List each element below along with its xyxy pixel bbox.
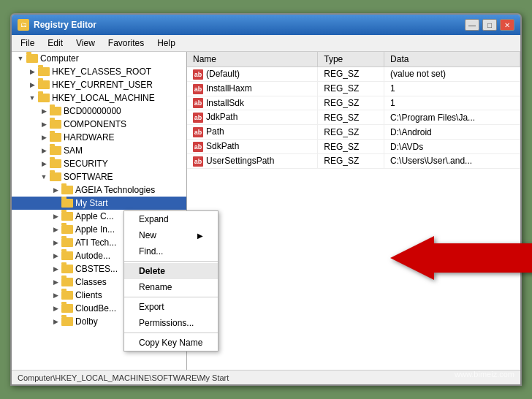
folder-icon — [61, 265, 73, 273]
reg-icon: ab — [193, 127, 203, 137]
col-data[interactable]: Data — [384, 52, 520, 67]
watermark-line1: 生活百科 — [474, 354, 514, 368]
folder-icon — [50, 172, 61, 181]
table-row[interactable]: abPath REG_SZ D:\Android — [187, 125, 520, 140]
reg-type-cell: REG_SZ — [318, 125, 384, 140]
window-title: Registry Editor — [34, 20, 96, 30]
table-row[interactable]: abSdkPath REG_SZ D:\AVDs — [187, 140, 520, 154]
tree-item-ageia[interactable]: ▶ AGEIA Technologies — [12, 183, 186, 197]
tree-item-current-user[interactable]: ▶ HKEY_CURRENT_USER — [12, 78, 186, 91]
context-menu: Expand New ▶ Find... Delete Rename Expor… — [123, 210, 218, 352]
table-row[interactable]: abJdkPath REG_SZ C:\Program Files\Ja... — [187, 110, 520, 125]
tree-root[interactable]: ▼ Computer — [12, 52, 186, 65]
expand-icon: ▶ — [50, 250, 61, 262]
menu-favorites[interactable]: Favorites — [102, 37, 150, 50]
context-delete[interactable]: Delete — [124, 263, 218, 279]
watermark-line2: www.bimeiz.com — [455, 370, 514, 379]
tree-label-autode: Autode... — [75, 251, 110, 261]
table-row[interactable]: abInstallHaxm REG_SZ 1 — [187, 81, 520, 96]
tree-root-label: Computer — [40, 53, 79, 64]
main-content: ▼ Computer ▶ HKEY_CLASSES_ROOT ▶ HKEY_CU… — [12, 52, 520, 370]
expand-icon: ▶ — [50, 276, 61, 288]
expand-icon: ▼ — [38, 171, 50, 183]
tree-label-components: COMPONENTS — [64, 119, 126, 129]
col-name[interactable]: Name — [187, 52, 318, 67]
close-button[interactable]: ✕ — [500, 19, 514, 31]
tree-item-security[interactable]: ▶ SECURITY — [12, 157, 186, 170]
tree-label-ati: ATI Tech... — [75, 238, 116, 248]
reg-name-cell: abSdkPath — [187, 140, 318, 154]
folder-icon — [50, 146, 61, 155]
reg-name-cell: abInstallHaxm — [187, 81, 318, 96]
registry-table: Name Type Data ab(Default) REG_SZ (value… — [187, 52, 520, 169]
expand-icon: ▼ — [26, 92, 38, 104]
context-find[interactable]: Find... — [124, 243, 218, 259]
maximize-button[interactable]: □ — [482, 19, 497, 31]
expand-icon: ▶ — [50, 224, 61, 235]
expand-icon: ▶ — [50, 184, 61, 196]
folder-icon — [61, 317, 73, 326]
context-copy-key[interactable]: Copy Key Name — [124, 335, 218, 351]
menu-view[interactable]: View — [70, 37, 101, 50]
tree-label-cloudbe: CloudBe... — [75, 303, 116, 314]
reg-name-cell: abInstallSdk — [187, 96, 318, 110]
menu-help[interactable]: Help — [151, 37, 181, 50]
menu-edit[interactable]: Edit — [42, 37, 69, 50]
context-rename[interactable]: Rename — [124, 279, 218, 295]
reg-data-cell: (value not set) — [384, 67, 520, 82]
reg-icon: ab — [193, 69, 203, 80]
folder-icon — [50, 107, 61, 115]
reg-type-cell: REG_SZ — [318, 81, 384, 96]
tree-item-components[interactable]: ▶ COMPONENTS — [12, 118, 186, 131]
reg-name-cell: abJdkPath — [187, 110, 318, 125]
menu-file[interactable]: File — [15, 37, 40, 50]
context-expand[interactable]: Expand — [124, 211, 218, 227]
tree-item-classes-root[interactable]: ▶ HKEY_CLASSES_ROOT — [12, 65, 186, 78]
table-row[interactable]: abUserSettingsPath REG_SZ C:\Users\User\… — [187, 153, 520, 168]
folder-icon — [61, 291, 73, 300]
right-panel: Name Type Data ab(Default) REG_SZ (value… — [187, 52, 520, 370]
expand-icon: ▶ — [50, 289, 61, 301]
reg-icon: ab — [193, 142, 203, 152]
context-export[interactable]: Export — [124, 299, 218, 315]
table-row[interactable]: ab(Default) REG_SZ (value not set) — [187, 67, 520, 82]
tree-label-sam: SAM — [64, 145, 83, 156]
expand-icon: ▶ — [50, 316, 61, 327]
tree-label-cbstes: CBSTES... — [75, 264, 118, 274]
menu-bar: File Edit View Favorites Help — [12, 35, 520, 52]
tree-item-bcd[interactable]: ▶ BCD00000000 — [12, 104, 186, 118]
reg-data-cell: C:\Program Files\Ja... — [384, 110, 520, 125]
registry-editor-window: 🗂 Registry Editor — □ ✕ File Edit View F… — [10, 13, 522, 386]
folder-icon — [61, 225, 73, 234]
tree-item-local-machine[interactable]: ▼ HKEY_LOCAL_MACHINE — [12, 91, 186, 104]
folder-icon — [50, 159, 61, 168]
separator-2 — [124, 297, 218, 297]
tree-label-classes: Classes — [75, 277, 107, 287]
separator-3 — [124, 332, 218, 333]
reg-data-cell: D:\Android — [384, 125, 520, 140]
folder-icon — [61, 212, 73, 221]
context-new[interactable]: New ▶ — [124, 227, 218, 243]
reg-icon: ab — [193, 98, 203, 108]
expand-icon: ▶ — [38, 118, 50, 130]
context-permissions[interactable]: Permissions... — [124, 315, 218, 331]
minimize-button[interactable]: — — [465, 19, 479, 31]
tree-item-mystart[interactable]: My Start — [12, 197, 186, 210]
folder-icon — [61, 186, 73, 194]
expand-icon: ▶ — [38, 145, 50, 156]
table-row[interactable]: abInstallSdk REG_SZ 1 — [187, 96, 520, 110]
expand-icon: ▶ — [38, 105, 50, 117]
col-type[interactable]: Type — [318, 52, 384, 67]
reg-icon: ab — [193, 113, 203, 123]
tree-label-hardware: HARDWARE — [64, 132, 115, 142]
expand-icon — [50, 197, 61, 209]
folder-icon — [38, 94, 50, 102]
tree-label-ageia: AGEIA Technologies — [75, 185, 155, 195]
reg-type-cell: REG_SZ — [318, 110, 384, 125]
reg-type-cell: REG_SZ — [318, 96, 384, 110]
tree-item-software[interactable]: ▼ SOFTWARE — [12, 170, 186, 183]
tree-label-dolby: Dolby — [75, 316, 98, 327]
folder-icon — [38, 67, 50, 76]
tree-item-hardware[interactable]: ▶ HARDWARE — [12, 131, 186, 144]
tree-item-sam[interactable]: ▶ SAM — [12, 144, 186, 157]
